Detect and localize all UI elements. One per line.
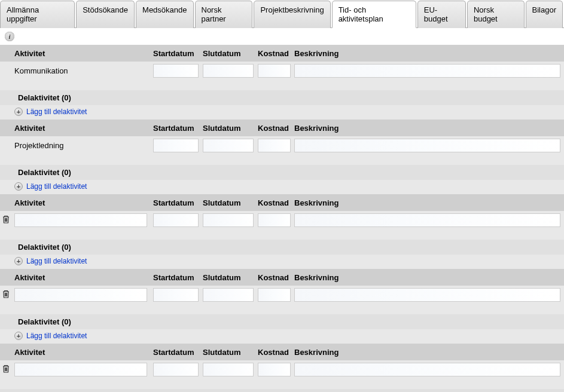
- tab-tid-aktivitetsplan[interactable]: Tid- och aktivitetsplan: [332, 1, 416, 28]
- tab-projektbeskrivning[interactable]: Projektbeskrivning: [254, 1, 330, 28]
- start-date-input[interactable]: [153, 139, 199, 152]
- col-header-start: Startdatum: [152, 49, 202, 58]
- description-input[interactable]: [294, 139, 560, 152]
- tab-bilagor[interactable]: Bilagor: [526, 1, 563, 28]
- end-date-input[interactable]: [203, 139, 254, 152]
- cost-input[interactable]: [258, 288, 291, 302]
- description-input[interactable]: [294, 288, 560, 302]
- col-header-activity: Aktivitet: [12, 198, 152, 207]
- col-header-desc: Beskrivning: [293, 124, 564, 133]
- add-subactivity-link[interactable]: Lägg till delaktivitet: [26, 182, 87, 191]
- activity-data-row: Projektledning: [0, 136, 564, 154]
- activity-header-row: Aktivitet Startdatum Slutdatum Kostnad B…: [0, 269, 564, 286]
- col-header-cost: Kostnad: [257, 273, 293, 282]
- start-date-input[interactable]: [153, 363, 199, 376]
- activity-name-input[interactable]: [14, 363, 147, 376]
- trash-icon[interactable]: [2, 289, 10, 301]
- subactivity-header: Delaktivitet (0): [0, 240, 564, 255]
- col-header-end: Slutdatum: [202, 198, 257, 207]
- add-subactivity-row: + Lägg till delaktivitet: [0, 105, 564, 120]
- add-subactivity-row: + Lägg till delaktivitet: [0, 329, 564, 344]
- activity-data-row: [0, 211, 564, 229]
- activity-block: Aktivitet Startdatum Slutdatum Kostnad B…: [0, 120, 564, 194]
- activity-header-row: Aktivitet Startdatum Slutdatum Kostnad B…: [0, 120, 564, 136]
- col-header-activity: Aktivitet: [12, 49, 152, 58]
- activity-name-input[interactable]: [14, 213, 147, 227]
- col-header-desc: Beskrivning: [293, 198, 564, 207]
- add-subactivity-row: + Lägg till delaktivitet: [0, 255, 564, 269]
- spacer: [0, 154, 564, 165]
- start-date-input[interactable]: [153, 64, 199, 78]
- col-header-desc: Beskrivning: [293, 49, 564, 58]
- info-bar: i: [0, 28, 564, 45]
- activity-name-label: Kommunikation: [14, 66, 68, 75]
- col-header-activity: Aktivitet: [12, 348, 152, 357]
- add-subactivity-row: + Lägg till delaktivitet: [0, 180, 564, 194]
- end-date-input[interactable]: [203, 64, 254, 78]
- subactivity-header: Delaktivitet (0): [0, 389, 564, 392]
- cost-input[interactable]: [258, 64, 291, 78]
- col-header-end: Slutdatum: [202, 49, 257, 58]
- activity-header-row: Aktivitet Startdatum Slutdatum Kostnad B…: [0, 194, 564, 211]
- spacer: [0, 378, 564, 389]
- start-date-input[interactable]: [153, 213, 199, 227]
- tab-bar: Allmänna uppgifter Stödsökande Medsökand…: [0, 0, 564, 28]
- col-header-activity: Aktivitet: [12, 124, 152, 133]
- activity-block: Aktivitet Startdatum Slutdatum Kostnad B…: [0, 344, 564, 392]
- spacer: [0, 79, 564, 90]
- col-header-start: Startdatum: [152, 124, 202, 133]
- col-header-start: Startdatum: [152, 273, 202, 282]
- subactivity-header: Delaktivitet (0): [0, 165, 564, 180]
- activity-name-input[interactable]: [14, 288, 147, 302]
- description-input[interactable]: [294, 213, 560, 227]
- spacer: [0, 304, 564, 314]
- trash-icon[interactable]: [2, 364, 10, 375]
- description-input[interactable]: [294, 64, 560, 78]
- start-date-input[interactable]: [153, 288, 199, 302]
- cost-input[interactable]: [258, 363, 291, 376]
- add-subactivity-link[interactable]: Lägg till delaktivitet: [26, 332, 87, 340]
- spacer: [0, 229, 564, 240]
- subactivity-header: Delaktivitet (0): [0, 90, 564, 105]
- add-subactivity-link[interactable]: Lägg till delaktivitet: [26, 257, 87, 265]
- activity-name-label: Projektledning: [14, 141, 63, 150]
- plus-icon[interactable]: +: [14, 257, 23, 265]
- activity-data-row: [0, 286, 564, 304]
- activity-header-row: Aktivitet Startdatum Slutdatum Kostnad B…: [0, 344, 564, 360]
- tab-norsk-partner[interactable]: Norsk partner: [195, 1, 253, 28]
- tab-norsk-budget[interactable]: Norsk budget: [467, 1, 525, 28]
- tab-stodsokande[interactable]: Stödsökande: [76, 1, 135, 28]
- end-date-input[interactable]: [203, 288, 254, 302]
- col-header-end: Slutdatum: [202, 124, 257, 133]
- plus-icon[interactable]: +: [14, 332, 23, 340]
- activity-block: Aktivitet Startdatum Slutdatum Kostnad B…: [0, 269, 564, 344]
- plus-icon[interactable]: +: [14, 182, 23, 191]
- tab-eu-budget[interactable]: EU-budget: [417, 1, 466, 28]
- trash-icon[interactable]: [2, 215, 10, 226]
- end-date-input[interactable]: [203, 213, 254, 227]
- add-subactivity-link[interactable]: Lägg till delaktivitet: [26, 108, 87, 116]
- col-header-desc: Beskrivning: [293, 348, 564, 357]
- col-header-start: Startdatum: [152, 198, 202, 207]
- cost-input[interactable]: [258, 213, 291, 227]
- activity-block: Aktivitet Startdatum Slutdatum Kostnad B…: [0, 194, 564, 269]
- activity-block: Aktivitet Startdatum Slutdatum Kostnad B…: [0, 45, 564, 120]
- activity-header-row: Aktivitet Startdatum Slutdatum Kostnad B…: [0, 45, 564, 62]
- activity-data-row: Kommunikation: [0, 62, 564, 79]
- col-header-cost: Kostnad: [257, 124, 293, 133]
- info-icon[interactable]: i: [5, 32, 14, 41]
- col-header-activity: Aktivitet: [12, 273, 152, 282]
- col-header-desc: Beskrivning: [293, 273, 564, 282]
- plus-icon[interactable]: +: [14, 108, 23, 116]
- col-header-end: Slutdatum: [202, 348, 257, 357]
- col-header-end: Slutdatum: [202, 273, 257, 282]
- end-date-input[interactable]: [203, 363, 254, 376]
- tab-medsokande[interactable]: Medsökande: [136, 1, 193, 28]
- description-input[interactable]: [294, 363, 560, 376]
- cost-input[interactable]: [258, 139, 291, 152]
- col-header-cost: Kostnad: [257, 49, 293, 58]
- subactivity-header: Delaktivitet (0): [0, 314, 564, 329]
- activity-data-row: [0, 360, 564, 378]
- tab-allmanna[interactable]: Allmänna uppgifter: [0, 1, 75, 28]
- col-header-cost: Kostnad: [257, 198, 293, 207]
